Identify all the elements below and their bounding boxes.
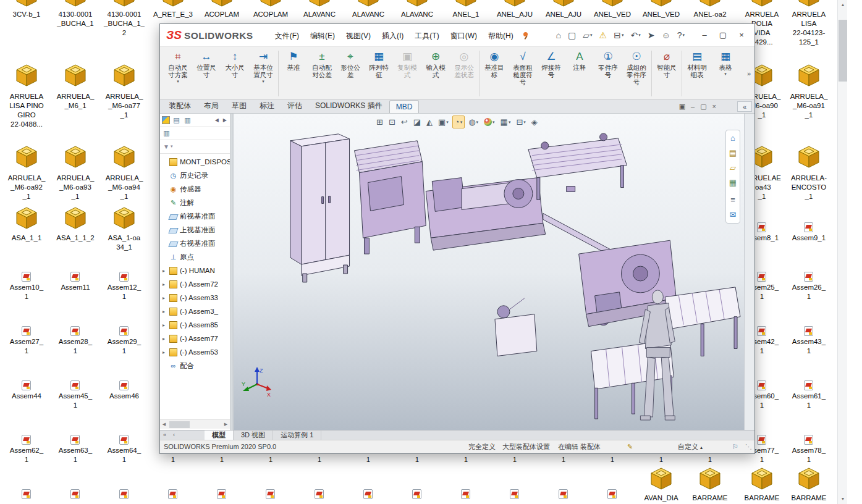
desktop-sw-file-icon[interactable]	[757, 326, 766, 336]
desktop-sw-file-icon[interactable]	[217, 489, 226, 499]
help-button[interactable]: ?▾	[675, 29, 687, 41]
desktop-sw-file-icon[interactable]	[119, 489, 129, 499]
tree-component-assem53[interactable]: ▸(-) Assem53	[160, 345, 230, 359]
tree-component-assem72[interactable]: ▸(-) Assem72	[160, 277, 230, 291]
doc-tab-scroll-first-icon[interactable]: «	[160, 430, 169, 440]
scroll-down-icon[interactable]: ▼	[838, 494, 848, 504]
desktop-icon-label[interactable]: 1	[243, 455, 298, 464]
doc-tab-scroll-prev-icon[interactable]: ‹	[169, 430, 179, 440]
desktop-icon-label[interactable]: Assem9_1	[781, 233, 837, 243]
view-orientation-icon[interactable]: ▣▾	[436, 116, 450, 128]
import-scheme-button[interactable]: ⊕输入模 式	[421, 48, 450, 99]
previous-view-icon[interactable]: ↩	[399, 116, 410, 128]
zoom-fit-icon[interactable]: ⊞	[374, 116, 385, 128]
print-button[interactable]: ⊟▾	[612, 29, 625, 41]
desktop-sw-file-icon[interactable]	[607, 489, 617, 499]
desktop-part-icon[interactable]	[696, 0, 724, 9]
desktop-sw-file-icon[interactable]	[315, 489, 324, 499]
desktop-icon-label[interactable]: BARRAME	[682, 494, 738, 503]
desktop-sw-file-icon[interactable]	[757, 435, 766, 445]
desktop-part-icon[interactable]	[62, 143, 89, 170]
pin-menu-icon[interactable]	[522, 31, 530, 40]
user-account-button[interactable]: ☺	[659, 29, 672, 41]
tab-solidworks-add-ins[interactable]: SOLIDWORKS 插件	[309, 99, 389, 113]
desktop-icon-label[interactable]: A_RET_E_3	[145, 10, 201, 19]
desktop-icon-label[interactable]: ANEL_VED	[585, 10, 640, 19]
desktop-icon-label[interactable]: Assem43_ 1	[781, 337, 837, 356]
desktop-part-icon[interactable]	[13, 61, 40, 88]
note-button[interactable]: A注释	[565, 48, 594, 99]
desktop-part-icon[interactable]	[550, 0, 577, 9]
menu-item-0[interactable]: 文件(F)	[269, 29, 305, 43]
desktop-icon-label[interactable]: 3CV-b_1	[0, 10, 54, 19]
tag-icon[interactable]: ⚐	[732, 440, 738, 453]
desktop-icon-label[interactable]: Assem27_ 1	[0, 337, 54, 356]
tab-motion-study-1[interactable]: 运动算例 1	[273, 430, 321, 440]
desktop-part-icon[interactable]	[795, 464, 822, 492]
panel-expand-right-icon[interactable]: ▶	[222, 117, 228, 123]
forum-icon[interactable]: ✉	[730, 209, 737, 221]
desktop-part-icon[interactable]	[795, 143, 822, 170]
desktop-part-icon[interactable]	[62, 0, 89, 9]
tree-right-plane[interactable]: 右视基准面	[160, 237, 230, 250]
desktop-sw-file-icon[interactable]	[804, 326, 813, 336]
tree-component-assem3[interactable]: ▸(-) Assem3_	[160, 304, 230, 318]
menu-item-3[interactable]: 插入(I)	[376, 29, 409, 43]
desktop-sw-file-icon[interactable]	[70, 272, 80, 282]
smart-dimension-button[interactable]: ⌀智能尺 寸	[653, 48, 681, 99]
desktop-icon-label[interactable]: Assem62_ 1	[0, 446, 54, 464]
desktop-icon-label[interactable]: 1	[340, 455, 396, 464]
desktop-sw-file-icon[interactable]	[70, 380, 80, 390]
panel-scroll-right-icon[interactable]: ▶	[222, 422, 230, 427]
menu-item-2[interactable]: 视图(V)	[340, 29, 376, 43]
desktop-icon-label[interactable]: 1	[682, 455, 738, 464]
taskpane-edge-strip[interactable]	[744, 114, 754, 430]
desktop-sw-file-icon[interactable]	[22, 272, 31, 282]
desktop-sw-file-icon[interactable]	[510, 489, 519, 499]
desktop-icon-label[interactable]: Assem61_ 1	[781, 392, 837, 410]
desktop-icon-label[interactable]: AVAN_DIA	[633, 494, 689, 503]
desktop-sw-file-icon[interactable]	[461, 489, 470, 499]
desktop-icon-label[interactable]: ARRUELA_ _M6-oa94 _1	[96, 174, 152, 201]
desktop-sw-file-icon[interactable]	[757, 222, 766, 232]
desktop-icon-label[interactable]: ANEL_1	[438, 10, 494, 19]
desktop-part-icon[interactable]	[111, 61, 138, 88]
desktop-icon-label[interactable]: ANEL_AJU	[536, 10, 591, 19]
undo-button[interactable]: ↶▾	[628, 29, 642, 41]
desktop-scrollbar-thumb[interactable]	[839, 20, 847, 82]
select-button[interactable]: ➤	[646, 29, 657, 41]
desktop-icon-label[interactable]: Assem28_ 1	[48, 337, 103, 356]
desktop-icon-label[interactable]: Assem44	[0, 392, 54, 401]
desktop-icon-label[interactable]: 1	[389, 455, 445, 464]
desktop-sw-file-icon[interactable]	[168, 489, 177, 499]
desktop-icon-label[interactable]: ARRUELA_ _M6-oa77 _1	[96, 92, 152, 120]
tree-component-assem33[interactable]: ▸(-) Assem33	[160, 291, 230, 304]
desktop-icon-label[interactable]: ASA_1_1_2	[48, 233, 103, 243]
desktop-part-icon[interactable]	[648, 464, 675, 492]
minimize-button[interactable]: –	[695, 28, 714, 43]
desktop-sw-file-icon[interactable]	[22, 380, 31, 390]
desktop-icon-label[interactable]: Assem45_ 1	[48, 392, 103, 410]
desktop-part-icon[interactable]	[501, 0, 528, 9]
desktop-part-icon[interactable]	[208, 0, 235, 9]
tab-mbd[interactable]: MBD	[389, 100, 420, 113]
desktop-icon-label[interactable]: ALAVANC	[389, 10, 445, 19]
desktop-icon-label[interactable]: ALAVANC	[340, 10, 396, 19]
auto-pair-tolerance-button[interactable]: ±自动配 对公差	[308, 48, 336, 99]
tab-evaluate[interactable]: 评估	[281, 99, 308, 113]
desktop-icon-label[interactable]: Assem63_ 1	[48, 446, 103, 464]
desktop-icon-label[interactable]: ACOPLAM	[194, 10, 250, 19]
desktop-icon-label[interactable]: BARRAME	[781, 494, 837, 503]
tab-annotation[interactable]: 标注	[253, 99, 281, 113]
desktop-part-icon[interactable]	[62, 61, 89, 88]
desktop-icon-label[interactable]: Assem29_ 1	[96, 337, 152, 356]
tree-annotations[interactable]: ✎注解	[160, 196, 230, 209]
desktop-part-icon[interactable]	[648, 0, 675, 9]
desktop-part-icon[interactable]	[452, 0, 480, 9]
configurationmanager-tab-icon[interactable]: ▥	[183, 116, 192, 124]
home-button[interactable]: ⌂	[554, 29, 563, 41]
datum-target-button[interactable]: ◉基准目 标	[480, 48, 509, 99]
desktop-icon-label[interactable]: 1	[487, 455, 543, 464]
location-dimension-button[interactable]: ↔位置尺 寸	[192, 48, 221, 99]
display-style-icon[interactable]: ◔▾	[452, 116, 465, 128]
